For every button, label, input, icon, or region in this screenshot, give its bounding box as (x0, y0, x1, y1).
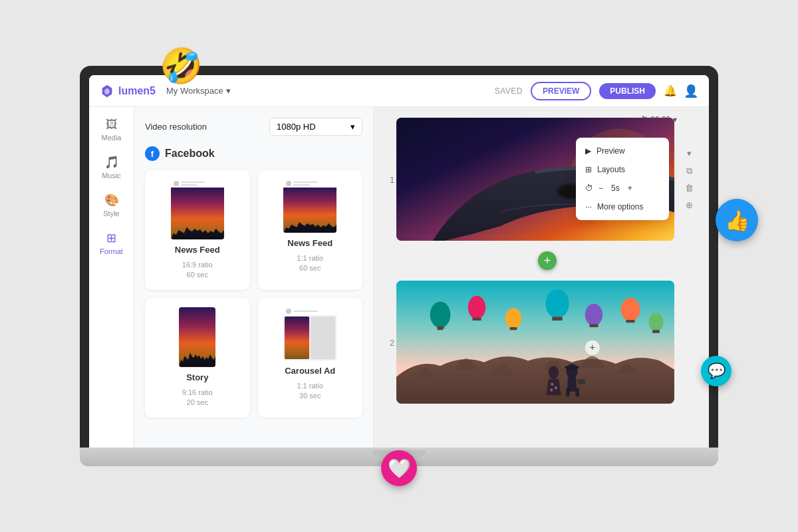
format-preview-newsfeed-landscape (171, 180, 224, 239)
format-card-story[interactable]: Story 9:16 ratio 20 sec (145, 298, 250, 418)
format-ratio-carousel: 1:1 ratio (297, 381, 323, 391)
sidebar-label-music: Music (102, 172, 121, 180)
context-menu-layouts[interactable]: ⊞ Layouts (576, 160, 669, 179)
publish-button[interactable]: PUBLISH (599, 83, 656, 99)
svg-point-31 (549, 366, 559, 379)
svg-point-34 (550, 388, 553, 391)
thumbs-up-badge: 👍 (716, 199, 758, 241)
city-silhouette (171, 224, 224, 239)
mock-line (181, 182, 205, 183)
workspace-name: My Workspace (166, 86, 223, 96)
sidebar-item-format[interactable]: ⊞ Format (92, 225, 132, 261)
resolution-value: 1080p HD (277, 122, 316, 132)
city-silhouette-2 (283, 219, 336, 233)
preview-button[interactable]: PREVIEW (531, 82, 591, 100)
resolution-select[interactable]: 1080p HD ▾ (269, 118, 362, 136)
workspace-chevron: ▾ (226, 86, 231, 96)
mock-line-4 (293, 184, 309, 186)
format-meta-carousel: 1:1 ratio 30 sec (297, 381, 323, 402)
sidebar: 🖼 Media 🎵 Music 🎨 Style ⊞ (89, 107, 134, 448)
slide-delete[interactable]: 🗑 (682, 181, 696, 196)
top-bar-right: SAVED PREVIEW PUBLISH 🔔 👤 (495, 82, 698, 100)
format-grid: News Feed 16:9 ratio 60 sec (145, 170, 362, 418)
context-timer-plus[interactable]: + (628, 184, 632, 193)
city-silhouette-story (179, 349, 215, 367)
chat-bubble-button[interactable]: 💬 (701, 356, 732, 386)
layouts-icon: ⊞ (585, 165, 592, 174)
slide-number-2: 2 (390, 337, 394, 347)
sidebar-item-music[interactable]: 🎵 Music (92, 150, 132, 185)
context-menu-more[interactable]: ··· More options (576, 198, 669, 216)
mock-avatar-2 (286, 181, 291, 186)
format-meta-story: 9:16 ratio 20 sec (182, 388, 213, 408)
format-title-newsfeed-2: News Feed (287, 238, 332, 248)
top-bar-icons: 🔔 👤 (664, 84, 698, 98)
laptop-screen-outer: lumen5 My Workspace ▾ SAVED PREVIEW PUBL… (80, 66, 718, 448)
format-title-newsfeed-1: News Feed (175, 245, 220, 255)
sunset-preview-story (179, 307, 215, 367)
svg-rect-24 (652, 330, 660, 332)
context-menu-timer: ⏱ − 5s + (576, 179, 669, 198)
mock-lines (181, 182, 221, 186)
sidebar-item-media[interactable]: 🖼 Media (92, 112, 132, 147)
context-menu-preview[interactable]: ▶ Preview (576, 142, 669, 160)
format-preview-newsfeed-square (283, 180, 336, 233)
workspace-selector[interactable]: My Workspace ▾ (166, 86, 231, 96)
context-timer-minus[interactable]: − (598, 184, 603, 193)
platform-name: Facebook (165, 148, 215, 160)
context-more-label: More options (597, 202, 643, 211)
format-title-carousel: Carousel Ad (285, 366, 335, 376)
slide-controls-1: ▾ ⧉ 🗑 ⊕ (680, 146, 698, 213)
add-slide-button[interactable]: + (538, 251, 557, 270)
mock-avatar (174, 181, 179, 186)
laptop-container: 🤣 👍 💬 🤍 lumen5 My Workspace (80, 66, 718, 466)
context-layouts-label: Layouts (597, 165, 625, 174)
format-card-newsfeed-square[interactable]: News Feed 1:1 ratio 60 sec (258, 170, 363, 290)
slide-more[interactable]: ⊕ (682, 198, 696, 213)
svg-point-19 (585, 304, 602, 326)
svg-rect-22 (626, 320, 634, 323)
saved-label: SAVED (495, 86, 523, 96)
sidebar-item-style[interactable]: 🎨 Style (92, 188, 132, 223)
context-menu: ▶ Preview ⊞ Layouts ⏱ − (576, 138, 669, 220)
sidebar-label-style: Style (103, 209, 119, 217)
sidebar-label-format: Format (100, 247, 123, 255)
mock-line-2 (181, 184, 197, 186)
format-panel: Video resolution 1080p HD ▾ f Facebook (134, 107, 374, 448)
svg-point-15 (505, 308, 521, 329)
slide-1-content: ▶ Preview ⊞ Layouts ⏱ − (396, 118, 674, 241)
sidebar-label-media: Media (102, 134, 122, 142)
app-layout: lumen5 My Workspace ▾ SAVED PREVIEW PUBL… (89, 75, 709, 448)
bell-icon[interactable]: 🔔 (664, 84, 677, 97)
context-timer-value: 5s (611, 184, 620, 193)
svg-rect-16 (510, 327, 517, 330)
carousel-img-1 (285, 317, 309, 359)
resolution-label: Video resolution (145, 122, 207, 132)
resolution-chevron: ▾ (350, 122, 355, 132)
mock-line-3 (293, 182, 318, 183)
logo-icon (100, 84, 114, 98)
svg-point-17 (545, 289, 569, 319)
slide-copy[interactable]: ⧉ (682, 164, 696, 178)
user-icon[interactable]: 👤 (684, 84, 698, 98)
context-preview-label: Preview (597, 146, 625, 156)
svg-point-13 (468, 296, 485, 319)
svg-rect-18 (552, 317, 562, 321)
format-duration-2: 60 sec (297, 263, 323, 273)
format-title-story: Story (186, 372, 208, 382)
format-card-newsfeed-landscape[interactable]: News Feed 16:9 ratio 60 sec (145, 170, 250, 290)
preview-area: ⏱ 00:23 ▾ 1 (374, 107, 709, 448)
svg-point-23 (649, 313, 664, 332)
format-ratio-story: 9:16 ratio (182, 388, 213, 398)
logo-text: lumen5 (118, 85, 156, 97)
logo: lumen5 (100, 84, 156, 98)
timer-icon: ⏱ (585, 184, 593, 193)
emoji-top: 🤣 (160, 46, 203, 86)
slide-chevron-down[interactable]: ▾ (682, 146, 696, 161)
slide-2-content: + (396, 281, 674, 404)
balloon-scene-svg: + (396, 281, 674, 404)
slide-row-2: 2 (384, 281, 698, 404)
svg-rect-30 (578, 379, 585, 384)
format-card-carousel[interactable]: Carousel Ad 1:1 ratio 30 sec (258, 298, 363, 418)
style-icon: 🎨 (104, 193, 119, 207)
